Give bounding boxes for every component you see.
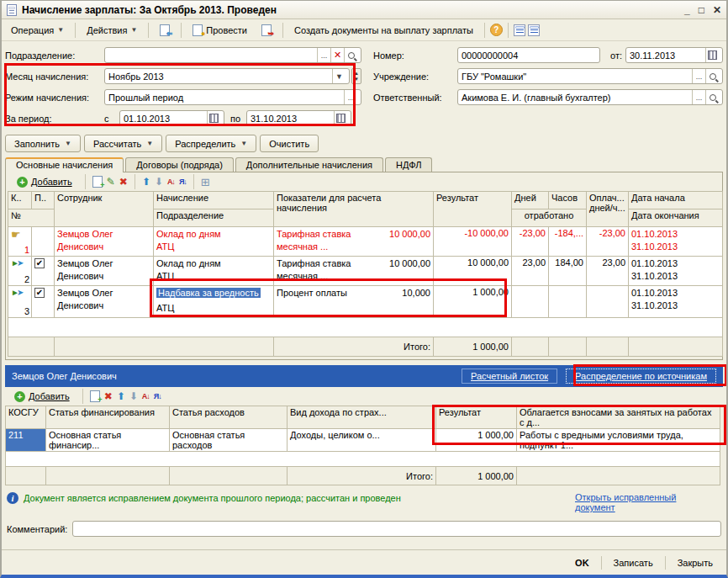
copy-row-icon[interactable]: + xyxy=(90,390,100,402)
distribute-button[interactable]: Распределить▼ xyxy=(166,135,256,152)
move-up-icon[interactable]: ⬆ xyxy=(142,177,150,187)
move-down-icon[interactable]: ⬇ xyxy=(155,177,163,187)
save-button[interactable]: Записать xyxy=(607,555,660,570)
minimize-button[interactable]: _ xyxy=(684,4,690,16)
col-header-expense[interactable]: Статья расходов xyxy=(170,406,288,429)
delete-icon[interactable]: ✖ xyxy=(104,391,113,401)
col-header-taxed[interactable]: Облагается взносами за занятых на работа… xyxy=(517,406,720,429)
edit-icon[interactable]: ✎ xyxy=(107,177,115,187)
ellipsis-button[interactable]: ... xyxy=(692,69,705,83)
col-header-result[interactable]: Результат xyxy=(436,406,517,429)
month-stepper[interactable]: ▲▼ xyxy=(351,68,361,84)
create-payout-docs-button[interactable]: Создать документы на выплату зарплаты xyxy=(288,22,479,39)
month-field[interactable]: Ноябрь 2013 ▼ xyxy=(104,68,350,84)
search-icon[interactable] xyxy=(344,48,357,62)
fill-button[interactable]: Заполнить▼ xyxy=(5,135,81,152)
reread-button[interactable]: ⇐ xyxy=(154,21,176,40)
col-header-funding[interactable]: Статья финансирования xyxy=(46,406,170,429)
search-icon[interactable] xyxy=(705,90,719,104)
copy-row-icon[interactable]: + xyxy=(92,176,103,188)
col-header-days[interactable]: Дней xyxy=(512,192,549,209)
col-header-p[interactable]: П.. xyxy=(32,192,55,209)
total-value: 1 000,00 xyxy=(434,337,512,357)
col-header-hours[interactable]: Часов xyxy=(549,192,587,209)
period-to-label: по xyxy=(224,114,246,124)
maximize-button[interactable]: □ xyxy=(699,4,704,16)
institution-label: Учреждение: xyxy=(373,72,457,82)
calendar-icon[interactable] xyxy=(207,111,220,125)
chevron-down-icon[interactable]: ▼ xyxy=(332,69,346,83)
structure-icon[interactable] xyxy=(514,24,525,36)
calendar-icon[interactable] xyxy=(334,111,347,125)
comment-input[interactable] xyxy=(72,521,721,537)
ok-button[interactable]: OK xyxy=(568,555,596,570)
calculate-button[interactable]: Рассчитать▼ xyxy=(84,135,162,152)
department-field[interactable]: ... ✕ xyxy=(104,47,361,63)
sort-desc-icon[interactable]: Я↓ xyxy=(179,178,187,186)
open-corrected-document-link[interactable]: Открыть исправленный документ xyxy=(575,492,718,512)
settings-list-icon[interactable] xyxy=(528,24,540,36)
col-header-indicators[interactable]: Показатели для расчета начисления xyxy=(274,192,434,227)
number-field[interactable]: 00000000004 xyxy=(457,47,600,63)
sort-asc-icon[interactable]: А↓ xyxy=(167,178,175,186)
clear-icon[interactable]: ✕ xyxy=(330,48,344,62)
col-header-num[interactable]: № xyxy=(8,209,55,227)
ellipsis-button[interactable]: ... xyxy=(692,90,705,104)
tab-strip: Основные начисления Договоры (подряда) Д… xyxy=(2,155,726,172)
table-row[interactable]: 211 Основная статья финансир... Основная… xyxy=(6,429,720,452)
add-row-button[interactable]: + Добавить xyxy=(8,388,76,406)
document-window: Начисление зарплаты: За Октябрь 2013. Пр… xyxy=(0,0,728,578)
actions-menu[interactable]: Действия▼ xyxy=(81,22,143,39)
col-header-accrual[interactable]: Начисление xyxy=(154,192,274,209)
post-and-close-button[interactable]: ➥ xyxy=(256,21,277,40)
period-to-field[interactable]: 31.10.2013 xyxy=(246,110,351,126)
post-button[interactable]: ● Провести xyxy=(187,21,253,40)
distribution-link[interactable]: Распределение по источникам xyxy=(566,369,716,384)
ellipsis-button[interactable]: ... xyxy=(344,90,357,104)
col-header-income-type[interactable]: Вид дохода по страх... xyxy=(288,406,436,429)
sort-desc-icon[interactable]: Я↓ xyxy=(154,392,161,400)
operation-menu[interactable]: Операция▼ xyxy=(5,22,70,39)
tab-ndfl[interactable]: НДФЛ xyxy=(385,157,432,172)
responsible-field[interactable]: Акимова Е. И. (главный бухгалтер) ... xyxy=(457,89,723,105)
tab-additional-accruals[interactable]: Дополнительные начисления xyxy=(235,157,383,172)
correction-info-text: Документ является исправлением документа… xyxy=(24,492,575,503)
clear-button[interactable]: Очистить xyxy=(260,135,319,152)
add-row-button[interactable]: + Добавить xyxy=(11,173,78,191)
row-checkbox[interactable]: ✔ xyxy=(34,258,45,268)
table-row[interactable]: ►➤ 3 ✔ Земцов ОлегДенисович Надбавка за … xyxy=(8,286,723,318)
col-header-paid[interactable]: Оплач...дней/ч... xyxy=(587,192,629,227)
list-settings-icon[interactable]: ⊞ xyxy=(201,176,210,188)
ellipsis-button[interactable]: ... xyxy=(317,48,330,62)
col-header-department[interactable]: Подразделение xyxy=(154,209,274,227)
row-checkbox[interactable]: ✔ xyxy=(34,288,45,298)
sort-asc-icon[interactable]: А↓ xyxy=(142,392,150,400)
selected-cell[interactable]: 211 xyxy=(6,429,46,452)
move-up-icon[interactable]: ⬆ xyxy=(117,391,125,401)
institution-field[interactable]: ГБУ "Ромашки" ... xyxy=(457,68,723,84)
totals-row: Итого: 1 000,00 xyxy=(8,337,723,357)
calendar-icon[interactable] xyxy=(705,48,719,62)
col-header-result[interactable]: Результат xyxy=(434,192,512,227)
help-icon[interactable]: ? xyxy=(490,24,503,36)
col-header-worked[interactable]: отработано xyxy=(512,209,587,227)
col-header-date-start[interactable]: Дата начала xyxy=(629,192,723,209)
mode-field[interactable]: Прошлый период ... xyxy=(104,89,361,105)
col-header-k[interactable]: К.. xyxy=(8,192,32,209)
tab-contracts[interactable]: Договоры (подряда) xyxy=(125,157,234,172)
selected-cell[interactable]: Надбавка за вредность xyxy=(156,288,261,298)
delete-icon[interactable]: ✖ xyxy=(119,177,128,187)
date-field[interactable]: 30.11.2013 xyxy=(625,47,723,63)
close-button[interactable]: Закрыть xyxy=(671,555,720,570)
payslip-link[interactable]: Расчетный листок xyxy=(462,369,557,384)
tab-main-accruals[interactable]: Основные начисления xyxy=(5,157,124,172)
close-button[interactable]: ✕ xyxy=(713,4,721,16)
search-icon[interactable] xyxy=(705,69,719,83)
col-header-date-end[interactable]: Дата окончания xyxy=(629,209,723,227)
period-from-field[interactable]: 01.10.2013 xyxy=(119,110,224,126)
col-header-kosgu[interactable]: КОСГУ xyxy=(6,406,46,429)
table-row[interactable]: ☛ 1 Земцов ОлегДенисович Оклад по днямАТ… xyxy=(8,227,723,257)
move-down-icon[interactable]: ⬇ xyxy=(129,391,138,401)
col-header-employee[interactable]: Сотрудник xyxy=(55,192,154,227)
table-row[interactable]: ►➤ 2 ✔ Земцов ОлегДенисович Оклад по дня… xyxy=(8,257,723,286)
